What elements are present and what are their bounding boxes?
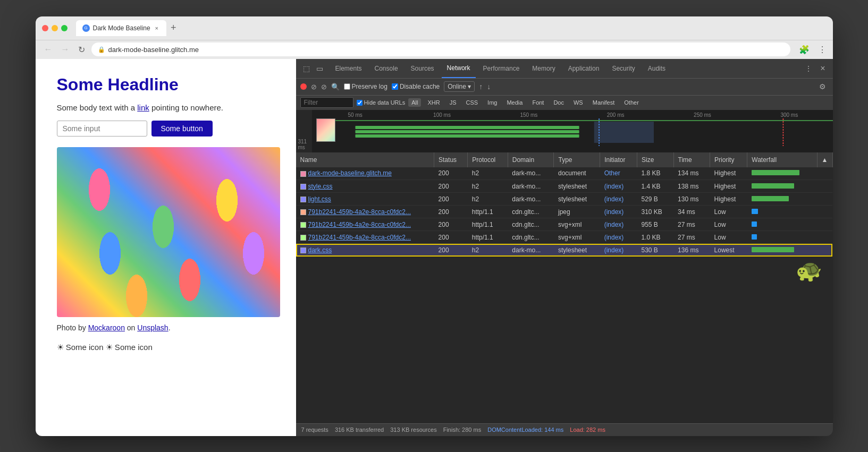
- mockaroon-link[interactable]: Mockaroon: [88, 323, 125, 332]
- col-priority: Priority: [710, 152, 747, 167]
- tab-close-button[interactable]: ×: [154, 24, 160, 32]
- filter-all[interactable]: All: [408, 98, 421, 107]
- dom-content-loaded[interactable]: DOMContentLoaded: 144 ms: [487, 427, 563, 433]
- record-button[interactable]: [300, 83, 307, 90]
- inspect-element-icon[interactable]: ⬚: [300, 63, 313, 74]
- preserve-log-checkbox[interactable]: Preserve log: [344, 83, 387, 90]
- preserve-log-label: Preserve log: [352, 83, 387, 90]
- row-name[interactable]: dark.css: [296, 244, 434, 257]
- photo-credit: Photo by Mockaroon on Unsplash.: [57, 323, 275, 332]
- chrome-menu-icon[interactable]: ⋮: [818, 45, 827, 55]
- search-icon[interactable]: 🔍: [331, 83, 340, 91]
- filter-manifest[interactable]: Manifest: [589, 98, 618, 107]
- row-initiator[interactable]: (index): [600, 206, 637, 218]
- devtools-more-icon[interactable]: ⋮: [802, 63, 815, 74]
- row-protocol: h2: [468, 180, 508, 193]
- unsplash-link[interactable]: Unsplash: [137, 323, 168, 332]
- table-row[interactable]: dark-mode-baseline.glitch.me 200 h2 dark…: [296, 167, 833, 180]
- row-protocol: h2: [468, 167, 508, 180]
- filter-css[interactable]: CSS: [462, 98, 481, 107]
- table-row[interactable]: 791b2241-459b-4a2e-8cca-c0fdc2... 200 ht…: [296, 231, 833, 244]
- tab-application[interactable]: Application: [563, 59, 605, 78]
- row-priority: Low: [710, 231, 747, 244]
- row-waterfall: [747, 180, 817, 193]
- hide-data-urls-checkbox[interactable]: Hide data URLs: [357, 99, 406, 106]
- row-protocol: http/1.1: [468, 206, 508, 218]
- filter-icon[interactable]: ⊘: [321, 83, 327, 91]
- tab-console[interactable]: Console: [369, 59, 403, 78]
- tab-memory[interactable]: Memory: [527, 59, 560, 78]
- body-link[interactable]: link: [137, 103, 149, 112]
- filter-input[interactable]: [300, 97, 353, 108]
- table-row[interactable]: 791b2241-459b-4a2e-8cca-c0fdc2... 200 ht…: [296, 218, 833, 231]
- col-waterfall: Waterfall: [747, 152, 817, 167]
- some-button[interactable]: Some button: [151, 121, 213, 137]
- filter-js[interactable]: JS: [446, 98, 460, 107]
- refresh-button[interactable]: ↻: [76, 44, 87, 56]
- filter-other[interactable]: Other: [621, 98, 642, 107]
- new-tab-button[interactable]: +: [168, 22, 179, 33]
- row-initiator[interactable]: (index): [600, 244, 637, 257]
- devtools-close-button[interactable]: ×: [817, 62, 828, 75]
- extensions-icon[interactable]: 🧩: [799, 45, 810, 55]
- clear-button[interactable]: ⊘: [311, 83, 317, 91]
- table-row[interactable]: light.css 200 h2 dark-mo... stylesheet (…: [296, 193, 833, 206]
- network-throttle[interactable]: Online ▾: [444, 81, 475, 92]
- table-row[interactable]: dark.css 200 h2 dark-mo... stylesheet (i…: [296, 244, 833, 257]
- close-traffic-light[interactable]: [42, 25, 48, 31]
- filter-ws[interactable]: WS: [570, 98, 586, 107]
- filter-xhr[interactable]: XHR: [424, 98, 443, 107]
- row-initiator[interactable]: (index): [600, 231, 637, 244]
- row-waterfall: [747, 244, 817, 257]
- row-initiator[interactable]: (index): [600, 180, 637, 193]
- row-domain: cdn.gltc...: [508, 231, 554, 244]
- tab-security[interactable]: Security: [606, 59, 640, 78]
- back-button[interactable]: ←: [42, 44, 55, 55]
- input-row: Some button: [57, 121, 275, 137]
- filter-img[interactable]: Img: [484, 98, 500, 107]
- table-body: dark-mode-baseline.glitch.me 200 h2 dark…: [296, 167, 833, 257]
- filter-doc[interactable]: Doc: [550, 98, 567, 107]
- maximize-traffic-light[interactable]: [61, 25, 68, 31]
- tab-sources[interactable]: Sources: [406, 59, 440, 78]
- row-type: stylesheet: [554, 180, 600, 193]
- disable-cache-checkbox[interactable]: Disable cache: [392, 83, 440, 90]
- address-bar[interactable]: 🔒 dark-mode-baseline.glitch.me: [91, 42, 790, 56]
- row-name[interactable]: 791b2241-459b-4a2e-8cca-c0fdc2...: [296, 218, 434, 231]
- row-domain: cdn.gltc...: [508, 206, 554, 218]
- row-initiator[interactable]: (index): [600, 218, 637, 231]
- tab-audits[interactable]: Audits: [643, 59, 671, 78]
- table-row[interactable]: style.css 200 h2 dark-mo... stylesheet (…: [296, 180, 833, 193]
- row-status: 200: [434, 218, 468, 231]
- timeline-area: 311 ms 50 ms 100 ms 150 ms 200 ms 250 ms…: [296, 110, 833, 152]
- filter-media[interactable]: Media: [503, 98, 526, 107]
- forward-button[interactable]: →: [59, 44, 72, 55]
- some-input[interactable]: [57, 121, 147, 137]
- row-name[interactable]: light.css: [296, 193, 434, 206]
- row-name[interactable]: style.css: [296, 180, 434, 193]
- table-row[interactable]: 791b2241-459b-4a2e-8cca-c0fdc2... 200 ht…: [296, 206, 833, 218]
- minimize-traffic-light[interactable]: [52, 25, 58, 31]
- row-initiator[interactable]: Other: [600, 167, 637, 180]
- col-type: Type: [554, 152, 600, 167]
- browser-tab[interactable]: G Dark Mode Baseline ×: [76, 20, 167, 36]
- row-name[interactable]: 791b2241-459b-4a2e-8cca-c0fdc2...: [296, 231, 434, 244]
- timeline-labels: 50 ms 100 ms 150 ms 200 ms 250 ms 300 ms: [312, 112, 833, 118]
- tab-network[interactable]: Network: [442, 59, 476, 78]
- row-protocol: h2: [468, 244, 508, 257]
- row-initiator[interactable]: (index): [600, 193, 637, 206]
- row-waterfall: [747, 206, 817, 218]
- tab-performance[interactable]: Performance: [478, 59, 525, 78]
- network-settings-icon[interactable]: ⚙: [816, 81, 829, 92]
- row-waterfall: [747, 231, 817, 244]
- device-toggle-icon[interactable]: ▭: [314, 63, 326, 74]
- traffic-lights: [42, 25, 68, 31]
- row-empty: [817, 167, 832, 180]
- row-name[interactable]: 791b2241-459b-4a2e-8cca-c0fdc2...: [296, 206, 434, 218]
- finish-time: Finish: 280 ms: [443, 427, 482, 433]
- row-name[interactable]: dark-mode-baseline.glitch.me: [296, 167, 434, 180]
- tab-elements[interactable]: Elements: [330, 59, 367, 78]
- filter-font[interactable]: Font: [529, 98, 547, 107]
- row-time: 27 ms: [673, 231, 710, 244]
- row-domain: dark-mo...: [508, 244, 554, 257]
